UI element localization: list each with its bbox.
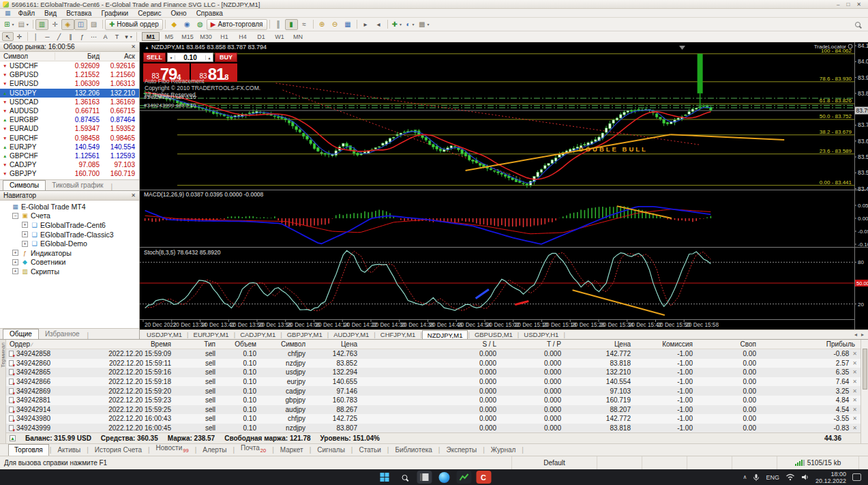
language-indicator[interactable]: ENG	[766, 474, 779, 481]
chart-tab-gbpjpy-m1[interactable]: GBPJPY,M1	[282, 330, 327, 339]
horizontal-line-button[interactable]: ─	[42, 32, 53, 41]
symbol-row-eurjpy[interactable]: ▲EURJPY140.549140.554	[0, 143, 139, 151]
nav-item-e-global-trade-mt4[interactable]: ▦E-Global Trade MT4	[0, 202, 139, 211]
sell-button[interactable]: SELL	[143, 53, 166, 62]
tile-windows-button[interactable]: ▦	[342, 19, 355, 30]
crosshair-button[interactable]: ✛	[14, 32, 25, 41]
order-row-349242858[interactable]: 3492428582022.12.20 15:59:09sell0.10chfj…	[6, 349, 860, 359]
candlestick-chart-button[interactable]: ▮	[285, 19, 298, 30]
timeframe-m1[interactable]: M1	[142, 32, 160, 41]
close-order-icon[interactable]: ✕	[852, 425, 857, 431]
strategy-tester-button[interactable]: ▨	[87, 19, 100, 30]
nav-item-eglobaltrade-classic3[interactable]: +❑EGlobalTrade-Classic3	[0, 230, 139, 239]
market-watch-close-icon[interactable]: ✕	[131, 44, 136, 50]
timeframe-h1[interactable]: H1	[215, 32, 233, 41]
vertical-line-button[interactable]: │	[30, 32, 42, 41]
symbol-row-gbpchf[interactable]: ▲GBPCHF1.125611.12593	[0, 151, 139, 160]
data-window-button[interactable]: ✛	[48, 19, 61, 30]
market-watch-button[interactable]: ▥	[35, 19, 48, 30]
order-row-349242865[interactable]: 3492428652022.12.20 15:59:16sell0.10usdj…	[6, 368, 860, 377]
microphone-icon[interactable]	[753, 473, 760, 482]
orders-column-10[interactable]: Своп	[698, 340, 762, 348]
orders-column-1[interactable]: Время	[78, 340, 177, 348]
close-order-icon[interactable]: ✕	[852, 415, 857, 422]
menu-окно[interactable]: Окно	[166, 10, 191, 17]
menu-справка[interactable]: Справка	[192, 10, 228, 17]
chart-tab-cadjpy-m1[interactable]: CADJPY,M1	[235, 330, 280, 339]
nav-item-eglobaltrade-cent6[interactable]: +❑EGlobalTrade-Cent6	[0, 220, 139, 230]
timeframe-h4[interactable]: H4	[234, 32, 252, 41]
nav-item-индикаторы[interactable]: +ƒИндикаторы	[0, 248, 139, 258]
order-row-349242881[interactable]: 3492428812022.12.20 15:59:23sell0.10gbpj…	[6, 396, 860, 405]
chart-tab-usdjpy-m1[interactable]: USDJPY,M1	[142, 330, 187, 339]
collapse-icon[interactable]: −	[12, 213, 18, 219]
clock[interactable]: 18:00 20.12.2022	[815, 471, 846, 484]
close-order-icon[interactable]: ✕	[852, 360, 857, 366]
speaker-icon[interactable]	[801, 473, 809, 481]
trendline-button[interactable]: ╱	[53, 32, 65, 41]
timeframe-m15[interactable]: M15	[179, 32, 196, 41]
terminal-button[interactable]: ◫	[74, 19, 87, 30]
order-row-349243999[interactable]: 3492439992022.12.20 16:00:45sell0.10nzdj…	[6, 424, 860, 432]
orders-column-2[interactable]: Тип	[177, 340, 221, 348]
timeframe-m30[interactable]: M30	[197, 32, 215, 41]
mt4-taskbar-icon[interactable]	[456, 471, 471, 484]
tab-common[interactable]: Общие	[3, 329, 39, 339]
nav-item-скрипты[interactable]: +▥Скрипты	[0, 267, 139, 276]
order-row-349242914[interactable]: 3492429142022.12.20 15:59:25sell0.10audj…	[6, 405, 860, 415]
orders-column-6[interactable]: S / L	[363, 340, 502, 348]
orders-column-8[interactable]: Цена	[567, 340, 636, 348]
chart-tab-chfjpy-m1[interactable]: CHFJPY,M1	[376, 330, 421, 339]
template-button[interactable]: ▩▾	[417, 19, 431, 30]
expand-icon[interactable]: +	[12, 259, 18, 265]
buy-button[interactable]: BUY	[215, 53, 237, 62]
terminal-tab-журнал[interactable]: Журнал	[485, 445, 522, 456]
chart-upload-button[interactable]: ◉	[181, 19, 194, 30]
terminal-tab-активы[interactable]: Активы	[52, 445, 86, 456]
terminal-tab-почта[interactable]: Почта20	[235, 443, 271, 456]
close-order-icon[interactable]: ✕	[852, 397, 857, 403]
tab-favorites[interactable]: Избранное	[39, 329, 86, 339]
expand-icon[interactable]: +	[12, 268, 18, 274]
terminal-tab-эксперты[interactable]: Эксперты	[440, 445, 482, 456]
timeframe-w1[interactable]: W1	[271, 32, 288, 41]
arrows-button[interactable]: ▾▾	[123, 32, 134, 41]
navigator-button[interactable]: ◈	[61, 19, 74, 30]
terminal-tab-статьи[interactable]: Статьи	[353, 445, 386, 456]
column-symbol[interactable]: Символ	[0, 53, 55, 60]
tab-tick-chart[interactable]: Тиковый график	[46, 181, 109, 190]
close-order-icon[interactable]: ✕	[852, 407, 857, 413]
close-order-icon[interactable]: ✕	[852, 351, 857, 357]
terminal-tab-алерты[interactable]: Алерты	[197, 445, 232, 456]
orders-column-11[interactable]: Прибыль	[762, 340, 860, 348]
zoom-out-button[interactable]: ⊖	[329, 19, 342, 30]
symbol-row-eurgbp[interactable]: ▲EURGBP0.874550.87464	[0, 115, 139, 124]
search-icon[interactable]	[397, 471, 412, 484]
channel-button[interactable]: ∥	[65, 32, 76, 41]
column-ask[interactable]: Аск	[100, 53, 139, 60]
orders-column-5[interactable]: Цена	[311, 340, 363, 348]
periods-button[interactable]: ◐▾	[404, 19, 417, 30]
recorder-app-icon[interactable]: C	[476, 471, 491, 484]
tabs-scroll-right-icon[interactable]: ▸	[861, 332, 864, 338]
new-order-button[interactable]: ✚Новый ордер	[105, 19, 163, 30]
menu-вставка[interactable]: Вставка	[61, 10, 96, 17]
symbol-row-usdjpy[interactable]: ▲USDJPY132.206132.210	[0, 89, 139, 98]
order-row-349242869[interactable]: 3492428692022.12.20 15:59:20sell0.10cadj…	[6, 386, 860, 396]
auto-trading-button[interactable]: ▶Авто-торговля	[207, 19, 267, 30]
symbol-row-gbpjpy[interactable]: ▼GBPJPY160.700160.719	[0, 169, 139, 178]
tray-chevron-icon[interactable]: ∧	[743, 474, 747, 480]
zoom-in-button[interactable]: ⊕	[316, 19, 329, 30]
notification-center-icon[interactable]	[852, 473, 861, 481]
nav-item-советники[interactable]: +◆Советники	[0, 258, 139, 267]
terminal-tab-новости[interactable]: Новости99	[151, 443, 194, 456]
tabs-scroll-left-icon[interactable]: ◂	[854, 332, 857, 338]
chart-shift-button[interactable]: ◂	[372, 19, 385, 30]
symbol-row-usdcad[interactable]: ▼USDCAD1.361631.36169	[0, 98, 139, 106]
timeframe-m5[interactable]: M5	[160, 32, 178, 41]
cursor-button[interactable]: ↖	[2, 32, 14, 41]
nav-item-счета[interactable]: −▣Счета	[0, 211, 139, 221]
symbol-row-gbpusd[interactable]: ▼GBPUSD1.215521.21560	[0, 70, 139, 79]
restore-button[interactable]: □	[846, 1, 850, 8]
orders-column-7[interactable]: T / P	[502, 340, 567, 348]
